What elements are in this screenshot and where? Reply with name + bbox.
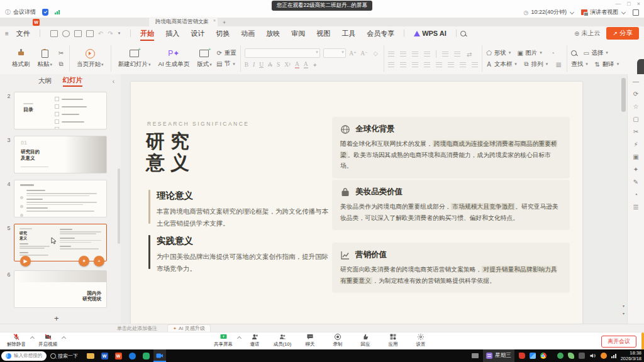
record-button[interactable]: 录制 [324, 333, 352, 348]
tab-transition[interactable]: 切换 [210, 28, 235, 40]
indent-decrease-icon[interactable] [412, 52, 418, 57]
print-icon[interactable] [74, 30, 82, 37]
current-slide[interactable]: RESEARCH SIGNIFICANCE 研究 意义 理论意义 丰富跨境电商营… [131, 82, 582, 324]
file-explorer-icon[interactable] [84, 349, 97, 362]
react-button[interactable]: 回应 [352, 333, 379, 348]
comment-pane-icon[interactable]: ◔ [634, 191, 638, 198]
briefcase-icon[interactable] [472, 353, 479, 358]
format-painter-button[interactable]: 格式刷 [9, 48, 33, 70]
justify-icon[interactable] [424, 62, 430, 67]
tab-animation[interactable]: 动画 [235, 28, 260, 40]
collapse-strip-icon[interactable]: — [633, 78, 639, 85]
layout-button[interactable]: 版式▾ [194, 48, 215, 70]
italic-button[interactable]: I [253, 62, 255, 68]
find-button[interactable]: 查找▾ [571, 60, 588, 69]
edit-pane-icon[interactable]: ✎ [633, 178, 638, 185]
antivirus-tray-icon[interactable] [519, 353, 525, 359]
numbering-icon[interactable] [400, 52, 406, 57]
outline-tab[interactable]: 大纲 [38, 77, 52, 85]
share-screen-button[interactable]: 共享屏幕 [209, 333, 237, 348]
minimize-icon[interactable]: — [615, 0, 621, 8]
meeting-app-icon[interactable] [153, 349, 166, 362]
close-icon[interactable]: × [637, 0, 640, 8]
highlight-color-button[interactable]: A [304, 61, 308, 69]
search-go-button[interactable]: 搜索一下 [50, 353, 78, 359]
new-tab-button[interactable]: + [223, 19, 226, 26]
shapes-button[interactable]: ⬠形状▾ [486, 49, 511, 57]
undo-icon[interactable]: ↶ [98, 30, 103, 37]
tab-tools[interactable]: 工具 [336, 28, 361, 40]
paragraph-menu-icon[interactable] [472, 62, 478, 67]
overlay-scrollbar[interactable] [641, 332, 644, 350]
leave-meeting-button[interactable]: 离开会议 [601, 336, 636, 348]
add-slide-button[interactable]: + [54, 314, 59, 323]
arrange-button[interactable]: ⧉排列▾ [523, 60, 548, 69]
slide-thumbnail-4[interactable]: 4 [4, 180, 117, 217]
taskbar-clock[interactable]: 18:38 2026/3/18 [621, 350, 641, 362]
redo-icon[interactable]: ↷ [108, 30, 113, 37]
apps-button[interactable]: 应用 [379, 333, 407, 348]
hamburger-icon[interactable]: ≡ [5, 30, 9, 37]
start-video-button[interactable]: 开启视频 [34, 333, 62, 348]
align-right-icon[interactable] [412, 62, 418, 67]
scrollbar-thumb[interactable] [621, 78, 626, 112]
font-color-button[interactable]: A [295, 61, 299, 69]
smartart-convert-icon[interactable]: ⇄ [466, 50, 473, 58]
wps-logo-icon[interactable]: W [33, 19, 40, 26]
network-icon[interactable] [611, 354, 616, 358]
fullscreen-button[interactable] [633, 9, 639, 16]
outline-pane-icon[interactable]: ☰ [633, 204, 639, 211]
tab-design[interactable]: 设计 [185, 28, 210, 40]
share-button[interactable]: ↗ 分享 [606, 27, 639, 40]
slide-thumbnail-5-selected[interactable]: 5 研究 意义 [4, 224, 117, 261]
chat-button[interactable]: 聊天 [296, 333, 324, 348]
tab-close-icon[interactable]: × [213, 18, 216, 23]
notes-placeholder[interactable]: 单击此处添加备注 [117, 325, 157, 332]
search-icon[interactable] [571, 50, 577, 56]
cut-icon[interactable]: ✂ [57, 49, 65, 57]
indent-increase-icon[interactable] [424, 52, 430, 57]
effects-icon[interactable]: ⚡ [633, 141, 638, 148]
text-effects-button[interactable]: ✦ [313, 62, 318, 69]
maximize-icon[interactable]: □ [627, 0, 630, 8]
menu-file[interactable]: 文件 [11, 28, 36, 40]
underline-button[interactable]: U [259, 62, 264, 68]
superscript-button[interactable]: X² [284, 62, 291, 68]
tab-home[interactable]: 开始 [135, 28, 160, 40]
qat-more-icon[interactable]: ▾ [118, 31, 121, 36]
align-center-icon[interactable] [400, 62, 406, 67]
chart-insert-icon[interactable]: ◔ [548, 49, 557, 57]
distribute-icon[interactable] [436, 62, 442, 67]
wps-icon[interactable]: W [112, 349, 125, 362]
paste-button[interactable]: 粘贴▾ [35, 48, 56, 70]
sidebar-scrollbar[interactable] [118, 168, 120, 244]
leaf-tray-icon[interactable] [568, 353, 574, 359]
font-name-select[interactable] [245, 48, 320, 58]
properties-icon[interactable]: ⟳ [633, 90, 638, 97]
increase-font-icon[interactable]: A⁺ [349, 50, 357, 57]
ai-beautify-button[interactable]: ✦ [79, 256, 89, 266]
browser-tray-icon[interactable] [601, 353, 607, 359]
add-slide-fab[interactable]: + [94, 256, 104, 266]
bold-button[interactable]: B [245, 62, 248, 68]
taskbar-search-box[interactable]: 输入你想搜的 [1, 351, 47, 361]
collapse-sidebar-icon[interactable]: ‹ [113, 78, 114, 85]
layout-pane-icon[interactable]: ▢ [633, 116, 638, 123]
textbox-button[interactable]: A文本框▾ [486, 60, 517, 69]
align-left-icon[interactable] [388, 62, 394, 67]
slides-tab[interactable]: 幻灯片 [63, 76, 83, 87]
prev-slide-icon[interactable]: ▾ [621, 304, 626, 308]
chrome-icon[interactable] [540, 353, 547, 359]
background-icon[interactable]: ▣ [633, 153, 638, 160]
search-icon[interactable] [460, 31, 466, 36]
output-icon[interactable] [62, 30, 70, 37]
font-size-select[interactable] [323, 48, 346, 58]
settings-button[interactable]: 设置 [407, 333, 435, 348]
slide-thumbnail-6[interactable]: 6 国内外 研究现状 [4, 270, 117, 308]
save-icon[interactable] [50, 30, 58, 37]
text-direction-icon[interactable] [442, 52, 448, 57]
preview-icon[interactable] [86, 30, 94, 37]
clear-format-icon[interactable]: ◇ [372, 50, 380, 57]
play-from-current-button[interactable]: 当页开始▾ [74, 48, 107, 70]
wechat-icon[interactable] [140, 349, 152, 362]
